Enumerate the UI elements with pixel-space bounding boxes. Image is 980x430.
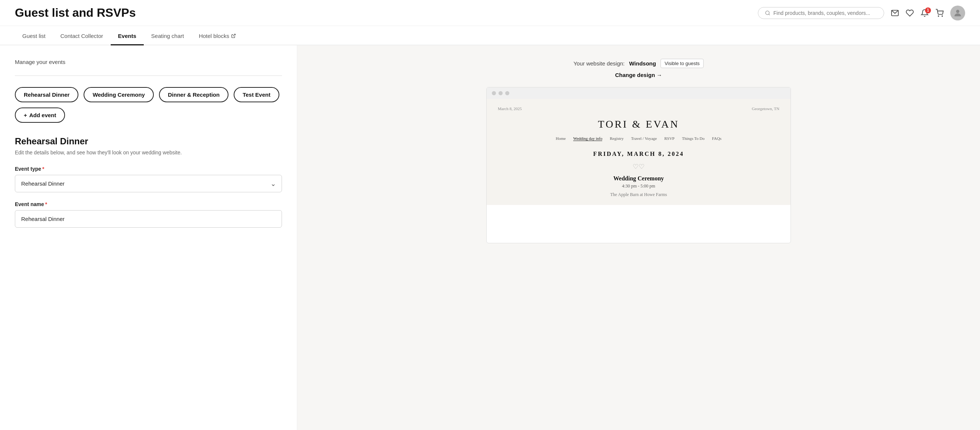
preview-event-time: 4:30 pm - 5:00 pm (498, 183, 780, 189)
preview-nav-rsvp: RSVP (664, 136, 675, 141)
preview-event-name: Wedding Ceremony (498, 175, 780, 182)
manage-events-label: Manage your events (15, 59, 282, 65)
notification-badge: 1 (925, 8, 931, 13)
event-type-select[interactable]: Rehearsal Dinner Wedding Ceremony Recept… (15, 175, 282, 192)
left-panel: Manage your events Rehearsal Dinner Wedd… (0, 45, 297, 430)
external-link-icon (231, 34, 236, 38)
mail-icon (891, 9, 899, 17)
preview-nav-registry: Registry (609, 136, 624, 141)
messages-button[interactable] (891, 9, 899, 17)
add-event-button[interactable]: + Add event (15, 107, 65, 123)
preview-event-venue: The Apple Barn at Howe Farms (498, 192, 780, 198)
preview-nav: Home Wedding day info Registry Travel / … (498, 136, 780, 141)
required-star-2: * (45, 201, 47, 207)
nav-tabs: Guest list Contact Collector Events Seat… (0, 26, 980, 45)
change-design-link[interactable]: Change design → (615, 72, 662, 78)
cart-icon (935, 9, 943, 17)
plus-icon: + (24, 112, 27, 118)
event-section-desc: Edit the details below, and see how they… (15, 150, 282, 155)
browser-dot-1 (492, 91, 496, 95)
tab-events[interactable]: Events (111, 26, 144, 45)
right-panel: Your website design: Windsong Visible to… (297, 45, 980, 430)
svg-point-5 (956, 10, 959, 13)
preview-nav-wedding-day: Wedding day info (573, 136, 603, 141)
avatar[interactable] (950, 6, 965, 21)
main-layout: Manage your events Rehearsal Dinner Wedd… (0, 45, 980, 430)
required-star: * (42, 166, 44, 172)
browser-dot-3 (505, 91, 509, 95)
tab-guest-list[interactable]: Guest list (15, 26, 53, 45)
website-preview: March 8, 2025 Georgetown, TN TORI & EVAN… (486, 87, 791, 243)
browser-dot-2 (498, 91, 503, 95)
preview-date: March 8, 2025 (498, 106, 522, 111)
favorites-button[interactable] (906, 9, 914, 17)
divider (15, 75, 282, 76)
svg-point-4 (942, 16, 942, 16)
preview-content: March 8, 2025 Georgetown, TN TORI & EVAN… (487, 99, 791, 205)
website-design-name: Windsong (629, 60, 656, 67)
tab-hotel-blocks[interactable]: Hotel blocks (191, 26, 243, 45)
tab-seating-chart[interactable]: Seating chart (144, 26, 191, 45)
topbar: Guest list and RSVPs 1 (0, 0, 980, 26)
chip-test-event[interactable]: Test Event (234, 87, 279, 102)
preview-top-bar: March 8, 2025 Georgetown, TN (498, 106, 780, 111)
tab-contact-collector[interactable]: Contact Collector (53, 26, 111, 45)
event-type-select-wrapper: Rehearsal Dinner Wedding Ceremony Recept… (15, 175, 282, 192)
event-section-title: Rehearsal Dinner (15, 136, 282, 147)
chip-wedding-ceremony[interactable]: Wedding Ceremony (84, 87, 154, 102)
svg-point-3 (938, 16, 939, 16)
preview-heart-icon: ♡♡ (498, 163, 780, 171)
heart-icon (906, 9, 914, 17)
search-icon (765, 10, 770, 16)
preview-couple-name: TORI & EVAN (498, 118, 780, 130)
page-title: Guest list and RSVPs (15, 6, 135, 20)
search-input[interactable] (773, 10, 877, 16)
preview-nav-faqs: FAQs (712, 136, 721, 141)
notifications-button[interactable]: 1 (921, 9, 929, 17)
preview-location: Georgetown, TN (752, 106, 780, 111)
svg-line-1 (768, 14, 770, 15)
svg-point-0 (766, 11, 769, 14)
events-chips: Rehearsal Dinner Wedding Ceremony Dinner… (15, 87, 282, 123)
topbar-right: 1 (758, 6, 965, 21)
visible-to-guests-badge: Visible to guests (660, 59, 703, 68)
preview-browser-bar (487, 88, 791, 99)
preview-nav-things-to-do: Things To Do (682, 136, 705, 141)
event-name-input[interactable] (15, 210, 282, 228)
preview-event-date: FRIDAY, MARCH 8, 2024 (498, 151, 780, 157)
search-bar[interactable] (758, 7, 884, 19)
event-name-label: Event name * (15, 201, 282, 207)
preview-nav-home: Home (556, 136, 566, 141)
event-detail-section: Rehearsal Dinner Edit the details below,… (15, 136, 282, 228)
cart-button[interactable] (935, 9, 943, 17)
website-design-bar: Your website design: Windsong Visible to… (574, 59, 704, 68)
user-avatar-icon (953, 8, 963, 18)
event-type-label: Event type * (15, 166, 282, 172)
chip-dinner-reception[interactable]: Dinner & Reception (159, 87, 229, 102)
svg-line-6 (233, 34, 235, 37)
chip-rehearsal-dinner[interactable]: Rehearsal Dinner (15, 87, 78, 102)
preview-nav-travel: Travel / Voyage (631, 136, 657, 141)
